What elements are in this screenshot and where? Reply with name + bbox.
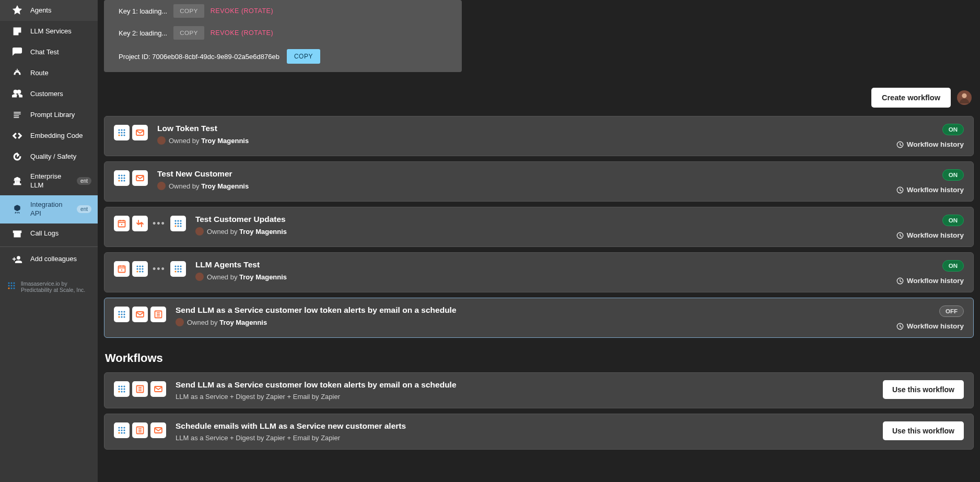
zap-title: Test Customer Updates	[195, 215, 896, 224]
digest-icon	[132, 422, 148, 438]
zap-card[interactable]: Test New CustomerOwned by Troy MagennisO…	[104, 161, 974, 202]
user-avatar[interactable]	[957, 90, 972, 105]
key2-revoke-link[interactable]: REVOKE (ROTATE)	[211, 29, 273, 37]
sidebar-item-label: Chat Test	[30, 48, 91, 57]
key1-copy-button[interactable]: COPY	[173, 4, 204, 18]
digest-icon	[150, 307, 166, 322]
key2-copy-button[interactable]: COPY	[173, 26, 204, 40]
zap-owner: Owned by Troy Magennis	[157, 136, 896, 145]
workflow-template-list: Send LLM as a Service customer low token…	[104, 372, 974, 450]
sidebar-icon	[11, 176, 23, 186]
zap-status-toggle[interactable]: ON	[942, 260, 964, 272]
sidebar-badge: ent	[77, 205, 91, 213]
zap-title: Low Token Test	[157, 124, 896, 133]
sidebar-item-agents[interactable]: Agents	[0, 0, 98, 21]
workflows-heading: Workflows	[105, 351, 974, 365]
sidebar-item-label: Add colleagues	[30, 255, 91, 264]
sidebar-item-label: Customers	[30, 90, 91, 99]
dots-icon	[132, 261, 148, 277]
workflow-history-link[interactable]: Workflow history	[896, 140, 964, 148]
sidebar-item-label: Enterprise LLM	[30, 172, 66, 190]
zap-step-icons	[114, 307, 166, 322]
dots-icon	[114, 422, 130, 438]
mail-icon	[150, 381, 166, 397]
template-title: Schedule emails with LLM as a Service ne…	[176, 421, 883, 431]
sidebar-footer: llmasaservice.io by Predictability at Sc…	[0, 274, 98, 302]
zap-title: Send LLM as a Service customer low token…	[176, 305, 896, 315]
sidebar-item-label: LLM Services	[30, 27, 91, 36]
template-step-icons	[114, 422, 166, 438]
zap-status-toggle[interactable]: OFF	[939, 305, 964, 317]
sidebar-item-route[interactable]: Route	[0, 63, 98, 84]
workflow-template-card: Send LLM as a Service customer low token…	[104, 372, 974, 408]
sidebar-item-customers[interactable]: Customers	[0, 84, 98, 104]
sidebar-item-label: Agents	[30, 6, 91, 15]
sidebar-item-call-logs[interactable]: Call Logs	[0, 224, 98, 244]
zap-card[interactable]: Send LLM as a Service customer low token…	[104, 298, 974, 338]
main-content: Key 1: loading... COPY REVOKE (ROTATE) K…	[98, 0, 980, 482]
sidebar-add-colleagues[interactable]: Add colleagues	[0, 249, 98, 270]
workflow-history-link[interactable]: Workflow history	[896, 277, 964, 285]
sidebar-icon	[11, 47, 23, 57]
mail-icon	[132, 307, 148, 322]
mail-icon	[132, 125, 148, 140]
use-workflow-button[interactable]: Use this workflow	[883, 380, 964, 399]
template-subtitle: LLM as a Service + Digest by Zapier + Em…	[176, 393, 883, 401]
sidebar-icon	[11, 131, 23, 141]
sidebar-icon	[11, 5, 23, 16]
workflow-history-link[interactable]: Workflow history	[896, 186, 964, 194]
sidebar-icon	[11, 110, 23, 120]
sidebar-item-enterprise-llm[interactable]: Enterprise LLMent	[0, 167, 98, 195]
workflow-history-link[interactable]: Workflow history	[896, 322, 964, 330]
create-workflow-button[interactable]: Create workflow	[871, 88, 951, 108]
zap-card[interactable]: •••LLM Agents TestOwned by Troy Magennis…	[104, 252, 974, 292]
zap-title: Test New Customer	[157, 169, 896, 179]
zap-card[interactable]: Low Token TestOwned by Troy MagennisONWo…	[104, 116, 974, 156]
template-step-icons	[114, 381, 166, 397]
sidebar-item-llm-services[interactable]: LLM Services	[0, 21, 98, 42]
sidebar-item-label: Prompt Library	[30, 111, 91, 120]
zap-card[interactable]: •••Test Customer UpdatesOwned by Troy Ma…	[104, 207, 974, 247]
key1-label: Key 1: loading...	[119, 7, 167, 15]
sidebar-item-label: Embedding Code	[30, 132, 91, 140]
dots-icon	[170, 216, 186, 231]
zap-status-toggle[interactable]: ON	[942, 215, 964, 226]
zap-status-toggle[interactable]: ON	[942, 124, 964, 135]
sidebar-item-chat-test[interactable]: Chat Test	[0, 42, 98, 63]
template-subtitle: LLM as a Service + Digest by Zapier + Em…	[176, 434, 883, 442]
project-copy-button[interactable]: COPY	[287, 49, 320, 64]
sidebar-item-quality-safety[interactable]: Quality / Safety	[0, 146, 98, 167]
zap-step-icons: •••	[114, 261, 186, 277]
cal-icon	[114, 261, 130, 277]
zap-step-icons	[114, 125, 148, 140]
sidebar-icon	[11, 229, 23, 239]
sidebar-item-label: Call Logs	[30, 229, 91, 238]
zap-step-icons	[114, 170, 148, 186]
sidebar-item-prompt-library[interactable]: Prompt Library	[0, 104, 98, 125]
dots-icon	[114, 170, 130, 186]
zap-title: LLM Agents Test	[195, 260, 896, 269]
mail-icon	[132, 170, 148, 186]
sidebar-item-label: Route	[30, 69, 91, 78]
zap-status-toggle[interactable]: ON	[942, 169, 964, 181]
cal-icon	[114, 216, 130, 231]
sidebar-icon	[11, 68, 23, 78]
workflow-history-link[interactable]: Workflow history	[896, 231, 964, 239]
zap-owner: Owned by Troy Magennis	[157, 182, 896, 190]
key1-revoke-link[interactable]: REVOKE (ROTATE)	[211, 7, 273, 15]
more-steps-icon[interactable]: •••	[150, 218, 168, 229]
workflow-template-card: Schedule emails with LLM as a Service ne…	[104, 414, 974, 450]
use-workflow-button[interactable]: Use this workflow	[883, 421, 964, 440]
sidebar-icon	[11, 204, 23, 215]
sidebar-icon	[11, 89, 23, 99]
sidebar-item-integration-api[interactable]: Integration APIent	[0, 195, 98, 224]
sidebar-item-embedding-code[interactable]: Embedding Code	[0, 125, 98, 146]
zap-list: Low Token TestOwned by Troy MagennisONWo…	[104, 116, 974, 338]
person-add-icon	[11, 254, 23, 265]
zap-step-icons: •••	[114, 216, 186, 231]
zap-owner: Owned by Troy Magennis	[195, 273, 896, 281]
sidebar-badge: ent	[77, 177, 91, 185]
brand-logo-icon	[6, 280, 17, 291]
more-steps-icon[interactable]: •••	[150, 264, 168, 275]
sidebar-icon	[11, 26, 23, 37]
